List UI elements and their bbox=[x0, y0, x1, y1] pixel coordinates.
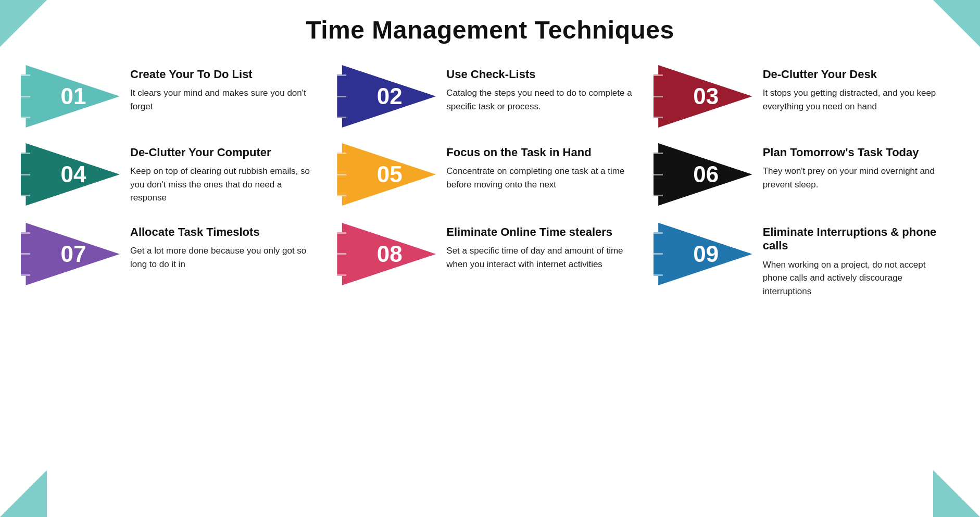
card-text-08: Eliminate Online Time stealers Set a spe… bbox=[436, 223, 643, 273]
arrow-stripes-03 bbox=[654, 74, 663, 118]
card-desc-06: They won't prey on your mind overnight a… bbox=[763, 165, 951, 191]
card-03: 03 De-Clutter Your Desk It stops you get… bbox=[654, 65, 959, 128]
card-text-06: Plan Tomorrow's Task Today They won't pr… bbox=[752, 143, 959, 194]
card-title-01: Create Your To Do List bbox=[130, 68, 319, 81]
card-desc-05: Concentrate on completing one task at a … bbox=[446, 165, 635, 191]
card-desc-01: It clears your mind and makes sure you d… bbox=[130, 86, 319, 113]
corner-br-decoration bbox=[933, 470, 980, 517]
card-desc-09: When working on a project, do not accept… bbox=[763, 258, 951, 298]
arrow-wrapper-07: 07 bbox=[21, 223, 120, 285]
stripe-3 bbox=[654, 195, 663, 196]
stripe-1 bbox=[654, 232, 663, 234]
stripe-2 bbox=[337, 96, 346, 97]
card-text-03: De-Clutter Your Desk It stops you gettin… bbox=[752, 65, 959, 116]
arrow-num-04: 04 bbox=[61, 161, 86, 187]
page-wrapper: Time Management Techniques 01 Create You… bbox=[0, 0, 980, 517]
stripe-1 bbox=[21, 232, 30, 234]
stripe-2 bbox=[654, 96, 663, 97]
card-title-03: De-Clutter Your Desk bbox=[763, 68, 951, 81]
corner-bl-decoration bbox=[0, 470, 47, 517]
card-title-06: Plan Tomorrow's Task Today bbox=[763, 146, 951, 159]
arrow-num-02: 02 bbox=[377, 83, 403, 109]
arrow-wrapper-01: 01 bbox=[21, 65, 120, 128]
arrow-body-05: 05 bbox=[337, 143, 436, 206]
stripe-2 bbox=[337, 253, 346, 255]
arrow-wrapper-02: 02 bbox=[337, 65, 436, 128]
card-desc-04: Keep on top of clearing out rubbish emai… bbox=[130, 165, 319, 205]
card-text-09: Eliminate Interruptions & phone calls Wh… bbox=[752, 223, 959, 300]
card-07: 07 Allocate Task Timeslots Get a lot mor… bbox=[21, 223, 326, 300]
card-09: 09 Eliminate Interruptions & phone calls… bbox=[654, 223, 959, 300]
arrow-stripes-01 bbox=[21, 74, 30, 118]
card-02: 02 Use Check-Lists Catalog the steps you… bbox=[337, 65, 643, 128]
arrow-shape-07: 07 bbox=[21, 223, 120, 285]
arrow-shape-03: 03 bbox=[654, 65, 752, 128]
stripe-1 bbox=[21, 153, 30, 154]
stripe-2 bbox=[21, 253, 30, 255]
card-01: 01 Create Your To Do List It clears your… bbox=[21, 65, 326, 128]
arrow-wrapper-04: 04 bbox=[21, 143, 120, 206]
arrow-wrapper-06: 06 bbox=[654, 143, 752, 206]
stripe-1 bbox=[337, 232, 346, 234]
stripe-3 bbox=[21, 274, 30, 276]
arrow-body-06: 06 bbox=[654, 143, 752, 206]
card-desc-08: Set a specific time of day and amount of… bbox=[446, 244, 635, 271]
corner-tr-decoration bbox=[933, 0, 980, 47]
stripe-2 bbox=[654, 174, 663, 175]
stripe-1 bbox=[21, 74, 30, 76]
arrow-body-03: 03 bbox=[654, 65, 752, 128]
arrow-stripes-09 bbox=[654, 232, 663, 276]
page-title: Time Management Techniques bbox=[21, 16, 959, 44]
card-desc-02: Catalog the steps you need to do to comp… bbox=[446, 86, 635, 113]
arrow-shape-01: 01 bbox=[21, 65, 120, 128]
arrow-stripes-06 bbox=[654, 153, 663, 196]
arrow-wrapper-05: 05 bbox=[337, 143, 436, 206]
arrow-wrapper-08: 08 bbox=[337, 223, 436, 285]
stripe-1 bbox=[654, 74, 663, 76]
arrow-stripes-04 bbox=[21, 153, 30, 196]
arrow-stripes-08 bbox=[337, 232, 346, 276]
arrow-body-01: 01 bbox=[21, 65, 120, 128]
arrow-shape-08: 08 bbox=[337, 223, 436, 285]
card-text-04: De-Clutter Your Computer Keep on top of … bbox=[120, 143, 326, 207]
card-text-07: Allocate Task Timeslots Get a lot more d… bbox=[120, 223, 326, 273]
card-05: 05 Focus on the Task in Hand Concentrate… bbox=[337, 143, 643, 207]
arrow-shape-09: 09 bbox=[654, 223, 752, 285]
stripe-1 bbox=[337, 153, 346, 154]
arrow-num-08: 08 bbox=[377, 241, 403, 267]
card-title-04: De-Clutter Your Computer bbox=[130, 146, 319, 159]
card-desc-07: Get a lot more done because you only got… bbox=[130, 244, 319, 271]
card-title-05: Focus on the Task in Hand bbox=[446, 146, 635, 159]
arrow-num-03: 03 bbox=[693, 83, 719, 109]
card-title-07: Allocate Task Timeslots bbox=[130, 225, 319, 239]
arrow-body-09: 09 bbox=[654, 223, 752, 285]
card-06: 06 Plan Tomorrow's Task Today They won't… bbox=[654, 143, 959, 207]
arrow-body-08: 08 bbox=[337, 223, 436, 285]
stripe-2 bbox=[654, 253, 663, 255]
corner-tl-decoration bbox=[0, 0, 47, 47]
stripe-3 bbox=[337, 117, 346, 118]
stripe-2 bbox=[21, 96, 30, 97]
arrow-shape-05: 05 bbox=[337, 143, 436, 206]
arrow-shape-04: 04 bbox=[21, 143, 120, 206]
stripe-3 bbox=[337, 274, 346, 276]
arrow-body-02: 02 bbox=[337, 65, 436, 128]
card-desc-03: It stops you getting distracted, and you… bbox=[763, 86, 951, 113]
card-title-09: Eliminate Interruptions & phone calls bbox=[763, 225, 951, 253]
card-title-02: Use Check-Lists bbox=[446, 68, 635, 81]
arrow-shape-06: 06 bbox=[654, 143, 752, 206]
arrow-num-09: 09 bbox=[693, 241, 719, 267]
card-text-01: Create Your To Do List It clears your mi… bbox=[120, 65, 326, 116]
arrow-stripes-05 bbox=[337, 153, 346, 196]
arrow-wrapper-03: 03 bbox=[654, 65, 752, 128]
arrow-shape-02: 02 bbox=[337, 65, 436, 128]
arrow-num-05: 05 bbox=[377, 161, 403, 187]
card-04: 04 De-Clutter Your Computer Keep on top … bbox=[21, 143, 326, 207]
stripe-2 bbox=[21, 174, 30, 175]
arrow-num-06: 06 bbox=[693, 161, 719, 187]
card-text-05: Focus on the Task in Hand Concentrate on… bbox=[436, 143, 643, 194]
arrow-num-01: 01 bbox=[61, 83, 86, 109]
card-08: 08 Eliminate Online Time stealers Set a … bbox=[337, 223, 643, 300]
stripe-3 bbox=[337, 195, 346, 196]
arrow-num-07: 07 bbox=[61, 241, 86, 267]
